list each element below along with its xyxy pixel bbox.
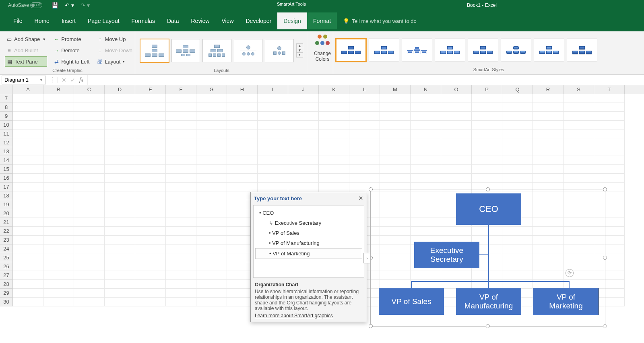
cell[interactable]: [13, 227, 43, 236]
cell[interactable]: [349, 156, 380, 165]
cell[interactable]: [533, 156, 564, 165]
row-header[interactable]: 21: [0, 218, 13, 227]
text-pane-item[interactable]: Executive Secretary: [255, 218, 362, 228]
column-header[interactable]: N: [411, 85, 441, 94]
cell[interactable]: [43, 129, 74, 138]
cell[interactable]: [13, 138, 43, 147]
column-header[interactable]: E: [135, 85, 166, 94]
cell[interactable]: [43, 209, 74, 218]
org-node-ceo[interactable]: CEO: [456, 193, 521, 225]
cell[interactable]: [196, 121, 227, 129]
cell[interactable]: [166, 218, 196, 227]
cell[interactable]: [196, 147, 227, 156]
cell[interactable]: [533, 94, 564, 103]
column-header[interactable]: O: [441, 85, 472, 94]
cell[interactable]: [288, 165, 319, 174]
cell[interactable]: [74, 183, 105, 191]
cell[interactable]: [380, 174, 411, 183]
cell[interactable]: [196, 244, 227, 253]
cell[interactable]: [380, 94, 411, 103]
column-header[interactable]: A: [13, 85, 43, 94]
cell[interactable]: [43, 218, 74, 227]
tab-insert[interactable]: Insert: [56, 12, 82, 29]
cell[interactable]: [502, 174, 533, 183]
cell[interactable]: [564, 121, 594, 129]
cell[interactable]: [411, 112, 441, 121]
cell[interactable]: [135, 200, 166, 209]
cell[interactable]: [105, 174, 135, 183]
cell[interactable]: [105, 200, 135, 209]
cell[interactable]: [166, 94, 196, 103]
cell[interactable]: [319, 183, 349, 191]
rotate-handle-icon[interactable]: ⟳: [566, 269, 574, 277]
cell[interactable]: [380, 112, 411, 121]
cell[interactable]: [349, 112, 380, 121]
row-header[interactable]: 19: [0, 200, 13, 209]
cell[interactable]: [594, 156, 625, 165]
cell[interactable]: [594, 147, 625, 156]
cell[interactable]: [258, 183, 288, 191]
cell[interactable]: [196, 289, 227, 298]
layout-thumb[interactable]: [265, 39, 294, 62]
cell[interactable]: [135, 280, 166, 289]
cell[interactable]: [502, 147, 533, 156]
cell[interactable]: [472, 156, 502, 165]
cell[interactable]: [13, 147, 43, 156]
org-node-vp-sales[interactable]: VP of Sales: [379, 288, 444, 315]
column-header[interactable]: R: [533, 85, 564, 94]
cell[interactable]: [533, 165, 564, 174]
style-thumb[interactable]: [501, 39, 531, 62]
resize-handle[interactable]: [603, 256, 607, 260]
cell[interactable]: [13, 298, 43, 306]
cell[interactable]: [105, 103, 135, 112]
cell[interactable]: [74, 298, 105, 306]
cell[interactable]: [13, 253, 43, 262]
cell[interactable]: [441, 103, 472, 112]
name-box[interactable]: Diagram 1▼: [2, 76, 46, 84]
cell[interactable]: [43, 103, 74, 112]
cell[interactable]: [502, 138, 533, 147]
cell[interactable]: [74, 253, 105, 262]
cell[interactable]: [74, 156, 105, 165]
cell[interactable]: [13, 280, 43, 289]
row-header[interactable]: 18: [0, 191, 13, 200]
cell[interactable]: [319, 112, 349, 121]
text-pane-item[interactable]: VP of Manufacturing: [255, 238, 362, 248]
cell[interactable]: [135, 262, 166, 271]
cell[interactable]: [105, 209, 135, 218]
column-header[interactable]: Q: [502, 85, 533, 94]
cell[interactable]: [166, 129, 196, 138]
tab-data[interactable]: Data: [161, 12, 185, 29]
cell[interactable]: [135, 227, 166, 236]
cell[interactable]: [258, 121, 288, 129]
tab-formulas[interactable]: Formulas: [126, 12, 161, 29]
cell[interactable]: [564, 138, 594, 147]
save-icon[interactable]: 💾: [52, 2, 58, 8]
cell[interactable]: [472, 129, 502, 138]
cell[interactable]: [43, 174, 74, 183]
cell[interactable]: [411, 103, 441, 112]
cell[interactable]: [135, 236, 166, 244]
cell[interactable]: [380, 147, 411, 156]
style-thumb[interactable]: [435, 39, 465, 62]
cell[interactable]: [166, 200, 196, 209]
cell[interactable]: [564, 94, 594, 103]
cell[interactable]: [196, 200, 227, 209]
cell[interactable]: [13, 244, 43, 253]
resize-handle[interactable]: [603, 187, 607, 191]
cell[interactable]: [349, 174, 380, 183]
column-header[interactable]: T: [594, 85, 625, 94]
cell[interactable]: [74, 147, 105, 156]
cell[interactable]: [74, 209, 105, 218]
cell[interactable]: [196, 236, 227, 244]
cell[interactable]: [196, 129, 227, 138]
cell[interactable]: [135, 94, 166, 103]
cell[interactable]: [502, 94, 533, 103]
cell[interactable]: [594, 129, 625, 138]
learn-more-link[interactable]: Learn more about SmartArt graphics: [255, 313, 333, 318]
cell[interactable]: [349, 165, 380, 174]
cell[interactable]: [13, 191, 43, 200]
cell[interactable]: [196, 253, 227, 262]
cell[interactable]: [227, 147, 258, 156]
tab-review[interactable]: Review: [185, 12, 216, 29]
